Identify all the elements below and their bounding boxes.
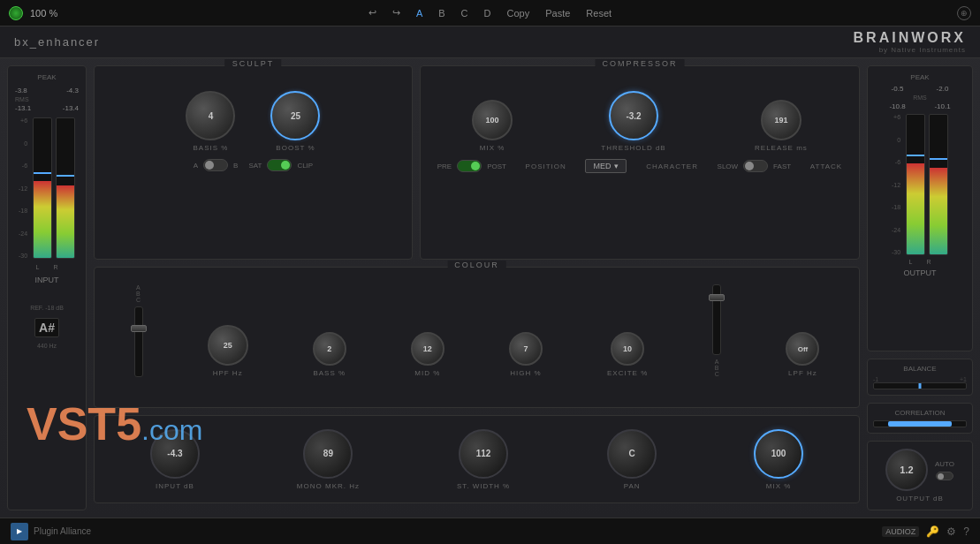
mono-knob[interactable]: 89 <box>303 429 353 479</box>
copy-button[interactable]: Copy <box>504 6 534 20</box>
basis-value: 4 <box>209 111 214 121</box>
hpf-fader[interactable] <box>134 306 143 377</box>
basis-label: BASIS % <box>194 144 229 152</box>
balance-r-value: +1 <box>960 376 967 382</box>
out-peak-r: -2.0 <box>937 85 949 93</box>
settings-icon-bottom[interactable]: ⚙ <box>946 525 956 538</box>
key-icon: 🔑 <box>926 525 939 538</box>
preset-a-button[interactable]: A <box>413 6 426 20</box>
mix-knob[interactable]: 100 <box>472 100 513 140</box>
high-knob[interactable]: 7 <box>509 332 543 366</box>
boost-value: 25 <box>291 111 300 121</box>
boost-knob-group: 25 BOOST % <box>270 91 320 152</box>
pan-knob[interactable]: C <box>607 429 657 479</box>
lpf-b-label: B <box>715 365 719 371</box>
chevron-down-icon: ▾ <box>614 162 619 170</box>
ref-value: -18 dB <box>45 305 64 311</box>
position-label: POSITION <box>526 162 566 170</box>
lpf-fader[interactable] <box>712 284 721 355</box>
pre-label: PRE <box>437 162 452 170</box>
lpf-a-label: A <box>715 359 719 365</box>
mono-label: MONO MKR. Hz <box>297 482 360 490</box>
auto-toggle[interactable] <box>936 472 953 480</box>
lpf-knob[interactable]: Off <box>786 332 819 366</box>
peak-r-value: -4.3 <box>66 87 79 94</box>
content-area: PEAK -3.8 -4.3 RMS -13.1 -13.4 +6 0 <box>0 58 980 518</box>
hpf-knob[interactable]: 25 <box>208 325 248 366</box>
excite-label: EXCITE % <box>607 369 648 377</box>
pan-label: PAN <box>624 482 641 490</box>
mid-knob[interactable]: 12 <box>411 332 444 366</box>
colour-section: COLOUR A B C <box>94 267 860 408</box>
power-button[interactable] <box>9 6 23 20</box>
mix-value: 100 <box>486 116 499 125</box>
output-label: OUTPUT <box>904 268 937 277</box>
position-toggle[interactable] <box>457 160 482 172</box>
slow-label: SLOW <box>718 162 739 170</box>
hpf-value: 25 <box>224 341 232 350</box>
compressor-section: COMPRESSOR 100 MIX % -3.2 THR <box>420 65 860 260</box>
out-peak-l: -0.5 <box>892 85 904 93</box>
input-db-label: INPUT dB <box>156 482 194 490</box>
balance-bar[interactable] <box>873 382 967 389</box>
threshold-knob[interactable]: -3.2 <box>609 91 658 140</box>
character-value: MED <box>593 162 611 170</box>
stwidth-value: 112 <box>476 449 491 458</box>
redo-button[interactable]: ↪ <box>389 5 404 20</box>
note-display: A# <box>34 318 59 337</box>
paste-button[interactable]: Paste <box>542 6 574 20</box>
stwidth-label: ST. WIDTH % <box>457 482 510 490</box>
excite-knob[interactable]: 10 <box>611 332 644 366</box>
mix-knob-bottom[interactable]: 100 <box>754 429 803 479</box>
rms-l-value: -13.1 <box>15 104 31 112</box>
bass-label: BASS % <box>313 369 346 377</box>
ab-toggle[interactable] <box>203 159 228 171</box>
audioz-badge: AUDIOZ <box>882 526 919 537</box>
attack-toggle[interactable] <box>743 160 768 172</box>
ref-label: REF. <box>30 305 43 311</box>
pa-text: Plugin Alliance <box>34 526 91 536</box>
main-panel: bx_enhancer BRAINWORX by Native Instrume… <box>0 26 980 518</box>
input-db-value: -4.3 <box>167 449 182 458</box>
lpf-label: LPF Hz <box>788 369 817 377</box>
threshold-label: THRESHOLD dB <box>601 144 665 152</box>
plugin-alliance-logo: ▶ Plugin Alliance <box>11 523 91 540</box>
bottom-controls: -4.3 INPUT dB 89 MONO MKR. Hz 112 ST. WI… <box>94 415 860 503</box>
boost-knob[interactable]: 25 <box>270 91 320 140</box>
output-db-knob[interactable]: 1.2 <box>885 449 928 491</box>
mix-bottom-value: 100 <box>771 449 786 458</box>
boost-label: BOOST % <box>276 144 315 152</box>
threshold-value: -3.2 <box>626 111 641 121</box>
correlation-bar <box>873 420 967 427</box>
high-label: HIGH % <box>510 369 541 377</box>
preset-d-button[interactable]: D <box>481 6 495 20</box>
character-dropdown[interactable]: MED ▾ <box>585 159 627 173</box>
sat-toggle[interactable] <box>267 159 292 171</box>
sculpt-title: SCULPT <box>225 59 282 68</box>
question-icon[interactable]: ? <box>963 525 969 538</box>
hpf-b-label: B <box>136 291 141 297</box>
release-value: 191 <box>774 116 787 125</box>
release-label: RELEASE ms <box>755 144 808 152</box>
bass-knob[interactable]: 2 <box>313 332 346 366</box>
undo-button[interactable]: ↩ <box>365 5 380 20</box>
mix-label: MIX % <box>480 144 505 152</box>
input-db-knob[interactable]: -4.3 <box>150 429 200 479</box>
balance-section: BALANCE -1 +1 <box>867 359 973 396</box>
mono-value: 89 <box>323 449 333 458</box>
preset-c-button[interactable]: C <box>458 6 472 20</box>
ab-b-label: B <box>233 162 238 170</box>
out-rms-r: -10.1 <box>934 102 950 110</box>
stwidth-knob[interactable]: 112 <box>459 429 508 479</box>
release-knob[interactable]: 191 <box>761 100 801 140</box>
mid-value: 12 <box>423 344 432 353</box>
brand-name: BRAINWORX <box>854 30 966 46</box>
basis-knob[interactable]: 4 <box>186 91 235 140</box>
freq-display: 440 Hz <box>37 343 57 349</box>
reset-button[interactable]: Reset <box>582 6 615 20</box>
settings-icon[interactable]: ⊕ <box>957 6 971 20</box>
clip-label: CLIP <box>297 162 313 170</box>
input-meter-r <box>56 117 75 259</box>
preset-b-button[interactable]: B <box>435 6 448 20</box>
character-label: CHARACTER <box>646 162 698 170</box>
